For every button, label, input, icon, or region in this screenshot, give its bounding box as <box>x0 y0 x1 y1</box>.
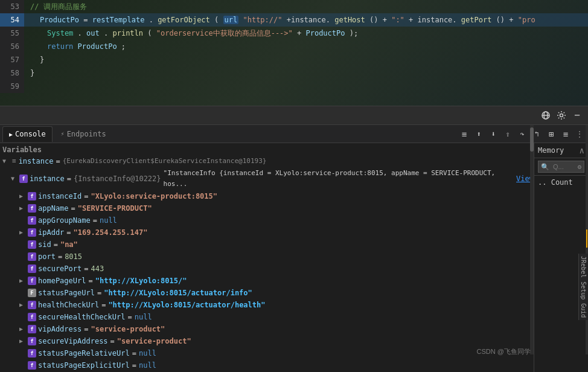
var-ipaddr[interactable]: f ipAddr = "169.254.255.147" <box>0 226 534 239</box>
toolbar-btn-more[interactable]: ≡ <box>559 127 572 141</box>
line-num-56: 56 <box>0 40 24 53</box>
var-name-instanceid: instanceId <box>38 191 81 202</box>
var-name-statuspageexpliciturl: statusPageExplicitUrl <box>38 360 130 371</box>
var-name-securehealthcheckurl: secureHealthCheckUrl <box>38 312 126 322</box>
expand-arrow-instance[interactable] <box>11 173 19 184</box>
badge-f-statuspagerelativeurl: f <box>28 349 36 358</box>
var-value-healthcheckurl: "http://XLyolo:8015/actuator/health" <box>108 300 265 310</box>
line-content-58: } <box>24 66 34 80</box>
line-content-54: ProductPo = restTemplate . getForObject … <box>24 13 535 27</box>
code-line-55: 55 System . out . println ( "orderservic… <box>0 27 588 40</box>
var-instance-info[interactable]: f instance = {InstanceInfo@10222} "Insta… <box>0 167 534 190</box>
var-value-vipaddress: "service-product" <box>91 324 165 335</box>
line-num-54: 54 <box>0 13 24 27</box>
line-content-57: } <box>24 53 44 66</box>
toolbar-btn-step-over[interactable]: ⇧ <box>501 127 514 141</box>
code-editor: 53 // 调用商品服务 54 ProductPo = restTemplate… <box>0 0 588 106</box>
var-value-instance: {InstanceInfo@10222} <box>74 173 161 184</box>
expand-arrow-ipaddr[interactable] <box>19 227 28 238</box>
expand-arrow-healthcheckurl[interactable] <box>19 300 28 310</box>
expand-arrow-securevipaddress[interactable] <box>19 336 28 347</box>
side-badge-jrebel[interactable]: JRebel Setup Guid <box>578 254 588 320</box>
line-num-55: 55 <box>0 27 24 40</box>
url-param-highlight: url <box>223 16 239 24</box>
var-name-port: port <box>38 251 56 262</box>
var-sid[interactable]: f sid = "na" <box>0 239 534 251</box>
var-secureport[interactable]: f securePort = 443 <box>0 263 534 275</box>
expand-arrow-vipaddress[interactable] <box>19 324 28 335</box>
code-line-53: 53 // 调用商品服务 <box>0 0 588 13</box>
var-statuspagerelativeurl[interactable]: f statusPageRelativeUrl = null <box>0 347 534 359</box>
code-line-58: 58 } <box>0 66 588 80</box>
badge-f-appname: f <box>28 204 36 213</box>
right-panel-header: Memory ∧ <box>534 143 588 158</box>
expand-arrow-instanceid[interactable] <box>19 191 28 202</box>
var-name-healthcheckurl: healthCheckUrl <box>38 300 99 310</box>
method-getforobject: getForObject <box>158 16 210 24</box>
var-statuspageurl[interactable]: F statusPageUrl = "http://XLyolo:8015/ac… <box>0 287 534 299</box>
code-lines: 53 // 调用商品服务 54 ProductPo = restTemplate… <box>0 0 588 93</box>
var-name-instance: instance <box>30 173 65 184</box>
expand-arrow-appname[interactable] <box>19 203 28 214</box>
globe-icon[interactable] <box>540 109 552 121</box>
root-var-equals: = <box>56 156 60 167</box>
var-port[interactable]: f port = 8015 <box>0 251 534 263</box>
debug-toolbar: ≡ ⬆ ⬇ ⇧ ↷ ↰ ⊞ ≡ ⋮ <box>458 127 586 141</box>
badge-f-homepageurl: f <box>28 277 36 285</box>
tab-endpoints-label: Endpoints <box>67 130 106 138</box>
var-value-appname: "SERVICE-PRODUCT" <box>78 203 152 214</box>
variables-panel[interactable]: Variables ≡ instance = {EurekaDiscoveryC… <box>0 143 534 372</box>
variables-label: Variables <box>2 146 42 154</box>
memory-title: Memory <box>538 146 564 155</box>
badge-f-instanceid: f <box>28 192 36 200</box>
watermark-text: CSDN @飞鱼同学 <box>477 348 531 355</box>
var-statuspageexpliciturl[interactable]: f statusPageExplicitUrl = null <box>0 359 534 371</box>
tab-endpoints[interactable]: ⚡ Endpoints <box>55 126 112 142</box>
var-securehealthcheckurl[interactable]: f secureHealthCheckUrl = null <box>0 311 534 323</box>
str-http: "http://" <box>243 16 282 24</box>
var-appgroupname[interactable]: f appGroupName = null <box>0 214 534 226</box>
toolbar-btn-grid[interactable]: ⊞ <box>545 127 558 141</box>
tab-console[interactable]: ▶ Console <box>2 126 53 142</box>
memory-search-input[interactable] <box>551 161 577 173</box>
var-value-port: 8015 <box>65 251 82 262</box>
var-name-securevipaddress: secureVipAddress <box>38 336 108 347</box>
search-settings-icon[interactable]: ⚙ <box>577 163 581 171</box>
var-value-sid: "na" <box>60 239 78 250</box>
badge-F-statuspageurl: F <box>28 289 36 297</box>
var-value-securevipaddress: "service-product" <box>117 336 191 347</box>
var-instanceid[interactable]: f instanceId = "XLyolo:service-product:8… <box>0 190 534 202</box>
code-line-59: 59 <box>0 80 588 93</box>
expand-arrow-root[interactable] <box>2 156 11 167</box>
minimize-icon[interactable]: − <box>571 109 583 121</box>
toolbar-btn-up[interactable]: ⬆ <box>472 127 485 141</box>
toolbar-btn-list[interactable]: ≡ <box>458 127 471 141</box>
panel-toggle-icon[interactable]: ∧ <box>580 146 584 155</box>
settings-icon[interactable] <box>555 109 567 121</box>
toolbar-btn-step-into[interactable]: ↷ <box>516 127 529 141</box>
variables-header: Variables <box>0 144 534 155</box>
var-vipaddress[interactable]: f vipAddress = "service-product" <box>0 323 534 335</box>
var-homepageurl[interactable]: f homePageUrl = "http://XLyolo:8015/" <box>0 275 534 287</box>
var-root-instance[interactable]: ≡ instance = {EurekaDiscoveryClient$Eure… <box>0 155 534 167</box>
toolbar-btn-down[interactable]: ⬇ <box>487 127 500 141</box>
var-name-secureport: securePort <box>38 263 81 274</box>
var-securevipaddress[interactable]: f secureVipAddress = "service-product" <box>0 335 534 347</box>
var-healthcheckurl[interactable]: f healthCheckUrl = "http://XLyolo:8015/a… <box>0 299 534 311</box>
badge-f-instance: f <box>19 175 28 183</box>
scrollbar-thumb[interactable] <box>530 127 534 152</box>
line-num-59: 59 <box>0 80 24 93</box>
var-appname[interactable]: f appName = "SERVICE-PRODUCT" <box>0 202 534 214</box>
var-value-statuspagerelativeurl: null <box>139 348 156 359</box>
var-value-ipaddr: "169.254.255.147" <box>74 227 148 238</box>
var-name-statuspagerelativeurl: statusPageRelativeUrl <box>38 348 130 359</box>
expand-arrow-homepageurl[interactable] <box>19 275 28 286</box>
watermark: CSDN @飞鱼同学 <box>477 347 531 356</box>
debug-panel: ▶ Console ⚡ Endpoints ≡ ⬆ ⬇ ⇧ ↷ ↰ ⊞ ≡ ⋮ <box>0 125 588 372</box>
vertical-scrollbar[interactable] <box>530 125 534 354</box>
line-content-59 <box>24 80 30 93</box>
count-label: .. Count <box>538 178 573 187</box>
panel-settings-icon[interactable]: ⋮ <box>574 128 586 140</box>
badge-f-healthcheckurl: f <box>28 301 36 309</box>
var-name-sid: sid <box>38 239 51 250</box>
